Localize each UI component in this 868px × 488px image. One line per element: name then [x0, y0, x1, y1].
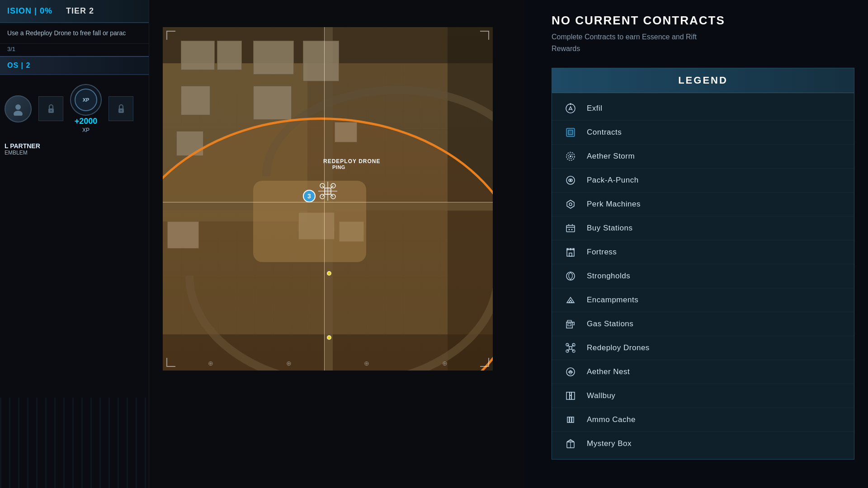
- mission-description: Use a Redeploy Drone to free fall or par…: [0, 23, 149, 44]
- svg-rect-41: [569, 347, 572, 349]
- map-nav-icon-4: ⊕: [442, 360, 448, 367]
- xp-inner: XP: [75, 89, 97, 111]
- legend-item-mystery-box: Mystery Box: [552, 432, 854, 455]
- legend-label-pack-a-punch: Pack-A-Punch: [587, 176, 639, 185]
- map-bottom-nav: ⊕ ⊕ ⊕ ⊕: [163, 360, 493, 367]
- avatar: [5, 95, 32, 122]
- left-panel: ISION | 0% TIER 2 Use a Redeploy Drone t…: [0, 0, 149, 488]
- building-8: [167, 221, 199, 249]
- building-7: [176, 131, 203, 156]
- partner-name: L PARTNER: [5, 142, 144, 150]
- partner-sub: EMBLEM: [5, 150, 144, 156]
- svg-rect-52: [566, 392, 570, 399]
- legend-item-ammo-cache: Ammo Cache: [552, 408, 854, 432]
- legend-label-fortress: Fortress: [587, 248, 617, 257]
- legend-items: Exfil Contracts Aether Storm Pack-A-Punc…: [552, 93, 854, 459]
- building-4: [303, 41, 339, 81]
- buy-stations-icon: [563, 221, 578, 235]
- aether-storm-icon: [563, 149, 578, 164]
- xp-badge: XP: [70, 84, 102, 116]
- legend-label-strongholds: Strongholds: [587, 272, 630, 281]
- legend-item-encampments: Encampments: [552, 288, 854, 312]
- mission-count: 3/1: [0, 44, 149, 56]
- legend-item-buy-stations: Buy Stations: [552, 216, 854, 240]
- contracts-header: NO CURRENT CONTRACTS Complete Contracts …: [524, 0, 868, 59]
- building-1: [181, 41, 215, 70]
- map-marker-2: [327, 335, 331, 340]
- legend-label-perk-machines: Perk Machines: [587, 200, 641, 209]
- ammo-cache-icon: [563, 413, 578, 427]
- legend-label-contracts: Contracts: [587, 128, 622, 137]
- corner-tl: [166, 31, 175, 40]
- legend-label-redeploy-drones: Redeploy Drones: [587, 343, 650, 352]
- legend-item-contracts: Contracts: [552, 121, 854, 145]
- fence-background: [0, 398, 149, 488]
- legend-item-aether-storm: Aether Storm: [552, 145, 854, 169]
- legend-label-gas-stations: Gas Stations: [587, 319, 633, 328]
- perk-machines-icon: [563, 197, 578, 211]
- legend-label-wallbuy: Wallbuy: [587, 391, 615, 400]
- legend-item-gas-stations: Gas Stations: [552, 312, 854, 336]
- map-nav-icon-2: ⊕: [286, 360, 292, 367]
- building-6: [253, 86, 292, 120]
- drone-sublabel: PING: [332, 164, 345, 170]
- svg-rect-40: [567, 320, 571, 322]
- legend-item-perk-machines: Perk Machines: [552, 192, 854, 216]
- building-11: [335, 122, 357, 142]
- drone-label: REDEPLOY DRONE: [323, 158, 380, 164]
- no-contracts-title: NO CURRENT CONTRACTS: [552, 14, 854, 28]
- ping-number: 3: [303, 190, 316, 202]
- redeploy-drones-icon: [563, 341, 578, 355]
- svg-rect-35: [569, 253, 572, 256]
- map-area[interactable]: REDEPLOY DRONE PING: [163, 27, 493, 371]
- legend-container: LEGEND Exfil Contracts Aether Storm Pack…: [552, 68, 854, 460]
- exfil-icon: [563, 101, 578, 116]
- no-contracts-desc: Complete Contracts to earn Essence and R…: [552, 31, 723, 54]
- map-nav-icon-3: ⊕: [364, 360, 369, 367]
- svg-point-26: [570, 179, 571, 181]
- svg-rect-38: [568, 324, 571, 326]
- legend-item-fortress: Fortress: [552, 240, 854, 264]
- legend-label-aether-nest: Aether Nest: [587, 367, 630, 376]
- svg-rect-55: [570, 395, 571, 399]
- contracts-icon: [563, 125, 578, 140]
- right-panel: NO CURRENT CONTRACTS Complete Contracts …: [524, 0, 868, 488]
- mystery-box-icon: [563, 436, 578, 451]
- strongholds-icon: [563, 269, 578, 283]
- mission-label: ISION | 0%: [7, 6, 52, 16]
- wallbuy-icon: [563, 389, 578, 403]
- gas-stations-icon: [563, 317, 578, 331]
- legend-item-aether-nest: Aether Nest: [552, 360, 854, 384]
- svg-point-36: [566, 272, 575, 280]
- partner-info: L PARTNER EMBLEM: [0, 142, 149, 156]
- map-nav-icon-1: ⊕: [208, 360, 213, 367]
- rewards-row: XP +2000 XP: [0, 75, 149, 142]
- legend-label-ammo-cache: Ammo Cache: [587, 415, 636, 424]
- players-bar: OS | 2: [0, 56, 149, 75]
- svg-point-29: [569, 229, 570, 230]
- legend-item-pack-a-punch: Pack-A-Punch: [552, 169, 854, 192]
- svg-rect-57: [570, 417, 571, 422]
- svg-point-51: [570, 372, 571, 374]
- svg-point-27: [569, 203, 572, 206]
- map-marker-1: [327, 271, 331, 276]
- legend-item-wallbuy: Wallbuy: [552, 384, 854, 408]
- svg-point-0: [15, 104, 21, 110]
- legend-title: LEGEND: [552, 68, 854, 93]
- svg-rect-37: [566, 322, 572, 328]
- building-5: [181, 86, 210, 115]
- fortress-icon: [563, 245, 578, 259]
- svg-rect-58: [572, 417, 574, 422]
- svg-rect-54: [571, 392, 575, 399]
- legend-label-exfil: Exfil: [587, 104, 603, 113]
- corner-tr: [480, 31, 489, 40]
- legend-label-buy-stations: Buy Stations: [587, 224, 632, 233]
- xp-amount: +2000: [75, 117, 98, 126]
- legend-label-encampments: Encampments: [587, 296, 638, 305]
- legend-label-mystery-box: Mystery Box: [587, 439, 632, 448]
- svg-rect-56: [567, 417, 569, 422]
- svg-point-5: [120, 110, 122, 112]
- reward-locked-2: [108, 96, 133, 121]
- legend-item-strongholds: Strongholds: [552, 264, 854, 288]
- svg-point-1: [14, 111, 23, 116]
